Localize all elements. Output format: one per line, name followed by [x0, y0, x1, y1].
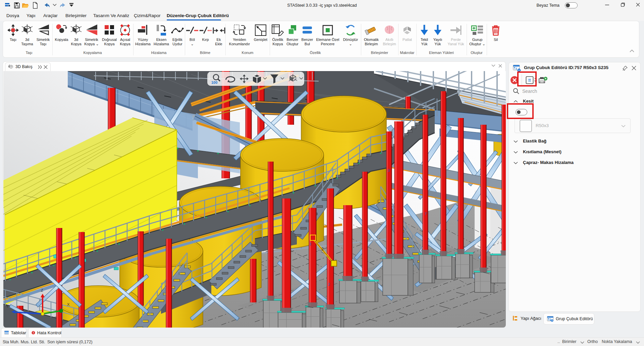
svg-text:3: 3 — [388, 168, 390, 172]
svg-text:Z: Z — [41, 288, 43, 292]
svg-text:3: 3 — [309, 242, 311, 246]
svg-text:X: X — [67, 302, 70, 306]
svg-text:2: 2 — [328, 282, 330, 286]
svg-text:2: 2 — [321, 247, 324, 251]
svg-text:100: 100 — [211, 80, 217, 84]
svg-text:7: 7 — [425, 212, 427, 216]
svg-text:Y: Y — [6, 304, 9, 308]
